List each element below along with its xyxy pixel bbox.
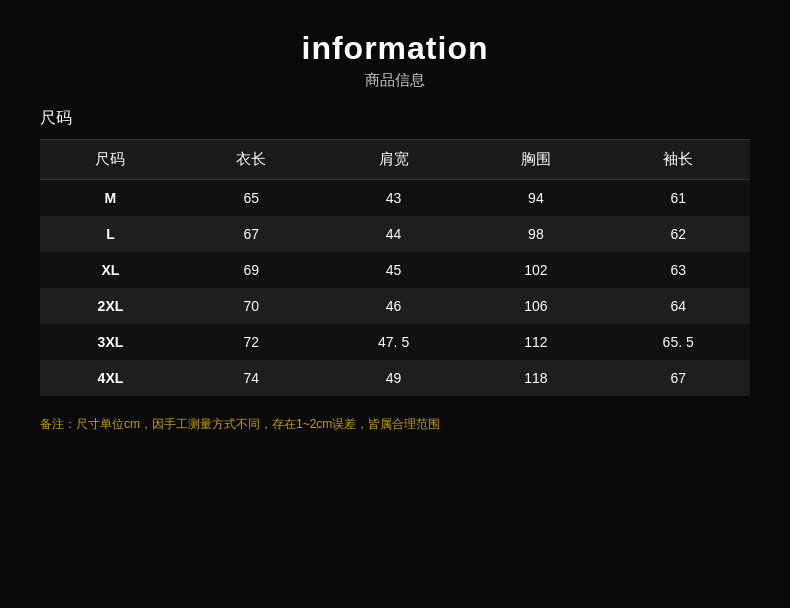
table-row: 3XL7247. 511265. 5 — [40, 324, 750, 360]
table-cell-length: 69 — [181, 252, 322, 288]
table-cell-chest: 118 — [465, 360, 606, 396]
table-row: XL694510263 — [40, 252, 750, 288]
table-cell-sleeve: 65. 5 — [606, 324, 750, 360]
table-cell-shoulder: 44 — [322, 216, 466, 252]
table-row: 4XL744911867 — [40, 360, 750, 396]
size-table: 尺码衣长肩宽胸围袖长 M65439461L67449862XL694510263… — [40, 139, 750, 396]
table-cell-shoulder: 49 — [322, 360, 466, 396]
table-cell-sleeve: 67 — [606, 360, 750, 396]
table-row: L67449862 — [40, 216, 750, 252]
table-cell-size: XL — [40, 252, 181, 288]
page-title-chinese: 商品信息 — [40, 71, 750, 90]
table-cell-shoulder: 46 — [322, 288, 466, 324]
table-cell-size: L — [40, 216, 181, 252]
section-label: 尺码 — [40, 108, 750, 129]
note-text: 备注：尺寸单位cm，因手工测量方式不同，存在1~2cm误差，皆属合理范围 — [40, 416, 750, 433]
table-header-cell: 尺码 — [40, 140, 181, 180]
table-cell-length: 72 — [181, 324, 322, 360]
table-cell-sleeve: 64 — [606, 288, 750, 324]
table-cell-chest: 94 — [465, 180, 606, 217]
table-cell-sleeve: 63 — [606, 252, 750, 288]
table-header-row: 尺码衣长肩宽胸围袖长 — [40, 140, 750, 180]
table-cell-size: M — [40, 180, 181, 217]
page-title-english: information — [40, 30, 750, 67]
table-header-cell: 胸围 — [465, 140, 606, 180]
table-cell-chest: 102 — [465, 252, 606, 288]
table-row: 2XL704610664 — [40, 288, 750, 324]
table-cell-chest: 112 — [465, 324, 606, 360]
table-cell-shoulder: 47. 5 — [322, 324, 466, 360]
table-cell-length: 74 — [181, 360, 322, 396]
table-cell-shoulder: 43 — [322, 180, 466, 217]
table-cell-length: 67 — [181, 216, 322, 252]
table-cell-length: 70 — [181, 288, 322, 324]
table-header-cell: 肩宽 — [322, 140, 466, 180]
table-cell-shoulder: 45 — [322, 252, 466, 288]
table-row: M65439461 — [40, 180, 750, 217]
table-cell-size: 4XL — [40, 360, 181, 396]
table-header-cell: 衣长 — [181, 140, 322, 180]
table-cell-size: 2XL — [40, 288, 181, 324]
table-cell-sleeve: 62 — [606, 216, 750, 252]
table-cell-sleeve: 61 — [606, 180, 750, 217]
table-cell-chest: 106 — [465, 288, 606, 324]
table-cell-size: 3XL — [40, 324, 181, 360]
table-cell-length: 65 — [181, 180, 322, 217]
table-cell-chest: 98 — [465, 216, 606, 252]
table-header-cell: 袖长 — [606, 140, 750, 180]
